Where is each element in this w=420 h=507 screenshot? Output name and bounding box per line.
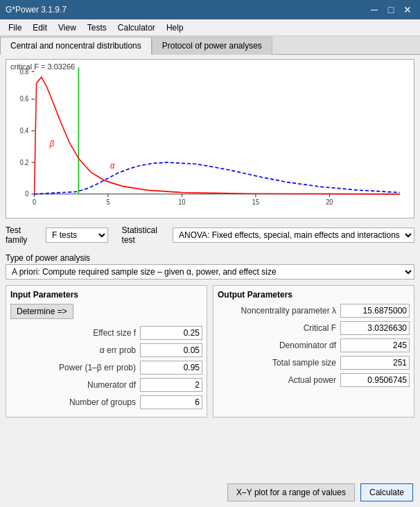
app-title: G*Power 3.1.9.7 <box>6 5 67 15</box>
noncentrality-value <box>340 304 410 318</box>
effect-size-input[interactable] <box>140 326 202 340</box>
denominator-df-row: Denominator df <box>218 338 410 352</box>
actual-power-row: Actual power <box>218 373 410 387</box>
tab-distributions[interactable]: Central and noncentral distributions <box>0 37 152 55</box>
denominator-df-value <box>340 338 410 352</box>
svg-text:0.2: 0.2 <box>20 158 29 166</box>
power-analysis-section: Type of power analysis A priori: Compute… <box>0 250 420 282</box>
critical-f-value <box>340 321 410 335</box>
svg-text:5: 5 <box>106 198 110 206</box>
alpha-err-row: α err prob <box>10 343 202 357</box>
total-sample-row: Total sample size <box>218 356 410 370</box>
input-params-box: Input Parameters Determine => Effect siz… <box>6 285 207 418</box>
noncentrality-label: Noncentrality parameter λ <box>218 306 340 316</box>
minimize-button[interactable]: ─ <box>367 3 381 17</box>
total-sample-value <box>340 356 410 370</box>
test-family-row: Test family F tests Statistical test ANO… <box>6 225 414 245</box>
test-settings-section: Test family F tests Statistical test ANO… <box>0 223 420 250</box>
menu-edit[interactable]: Edit <box>27 22 53 34</box>
effect-size-row: Effect size f <box>10 326 202 340</box>
svg-text:15: 15 <box>252 198 259 206</box>
power-row: Power (1–β err prob) <box>10 361 202 375</box>
svg-text:20: 20 <box>326 198 333 206</box>
maximize-button[interactable]: □ <box>384 3 398 17</box>
output-params-box: Output Parameters Noncentrality paramete… <box>213 285 414 418</box>
window-controls: ─ □ ✕ <box>367 3 414 17</box>
svg-text:10: 10 <box>178 198 186 206</box>
menu-calculator[interactable]: Calculator <box>112 22 161 34</box>
graph-area: critical F = 3.03266 0 0.2 0.4 0.6 0.8 0 <box>6 59 414 218</box>
title-bar: G*Power 3.1.9.7 ─ □ ✕ <box>0 0 420 19</box>
actual-power-value <box>340 373 410 387</box>
denominator-df-label: Denominator df <box>218 341 340 350</box>
svg-text:0: 0 <box>33 198 37 206</box>
total-sample-label: Total sample size <box>218 358 340 368</box>
determine-row: Determine => <box>10 304 202 323</box>
power-input[interactable] <box>140 361 202 375</box>
output-params-title: Output Parameters <box>218 290 410 300</box>
distribution-graph: 0 0.2 0.4 0.6 0.8 0 5 10 15 20 <box>6 60 414 218</box>
critical-f-label: critical F = 3.03266 <box>10 62 75 71</box>
statistical-test-label: Statistical test <box>122 225 167 245</box>
test-family-label: Test family <box>6 225 40 245</box>
parameters-container: Input Parameters Determine => Effect siz… <box>6 285 414 418</box>
xy-plot-button[interactable]: X–Y plot for a range of values <box>227 483 355 501</box>
actual-power-label: Actual power <box>218 375 340 385</box>
svg-text:0: 0 <box>25 190 29 198</box>
alpha-err-label: α err prob <box>10 345 140 355</box>
numerator-df-label: Numerator df <box>10 380 140 390</box>
bottom-bar: X–Y plot for a range of values Calculate <box>0 478 420 507</box>
statistical-test-dropdown[interactable]: ANOVA: Fixed effects, special, main effe… <box>173 227 414 243</box>
numerator-df-input[interactable] <box>140 378 202 392</box>
critical-f-out-label: Critical F <box>218 323 340 333</box>
num-groups-row: Number of groups <box>10 395 202 409</box>
numerator-df-row: Numerator df <box>10 378 202 392</box>
test-family-dropdown[interactable]: F tests <box>46 227 108 243</box>
tab-protocol[interactable]: Protocol of power analyses <box>152 37 272 55</box>
power-analysis-type-label: Type of power analysis <box>6 253 414 263</box>
determine-button[interactable]: Determine => <box>10 304 73 319</box>
main-content: Central and noncentral distributions Pro… <box>0 36 420 507</box>
effect-size-label: Effect size f <box>10 328 140 338</box>
menu-file[interactable]: File <box>3 22 27 34</box>
menu-help[interactable]: Help <box>161 22 189 34</box>
noncentrality-row: Noncentrality parameter λ <box>218 304 410 318</box>
svg-text:0.6: 0.6 <box>20 95 29 103</box>
menu-bar: File Edit View Tests Calculator Help <box>0 19 420 36</box>
svg-text:0.4: 0.4 <box>20 127 29 135</box>
menu-tests[interactable]: Tests <box>82 22 112 34</box>
num-groups-input[interactable] <box>140 395 202 409</box>
menu-view[interactable]: View <box>53 22 82 34</box>
tabs-container: Central and noncentral distributions Pro… <box>0 36 420 55</box>
calculate-button[interactable]: Calculate <box>360 483 413 501</box>
power-analysis-type-dropdown[interactable]: A priori: Compute required sample size –… <box>6 264 414 280</box>
close-button[interactable]: ✕ <box>401 3 414 17</box>
power-label: Power (1–β err prob) <box>10 363 140 372</box>
critical-f-row: Critical F <box>218 321 410 335</box>
input-params-title: Input Parameters <box>10 290 202 300</box>
num-groups-label: Number of groups <box>10 397 140 407</box>
svg-text:β: β <box>49 139 55 149</box>
alpha-err-input[interactable] <box>140 343 202 357</box>
